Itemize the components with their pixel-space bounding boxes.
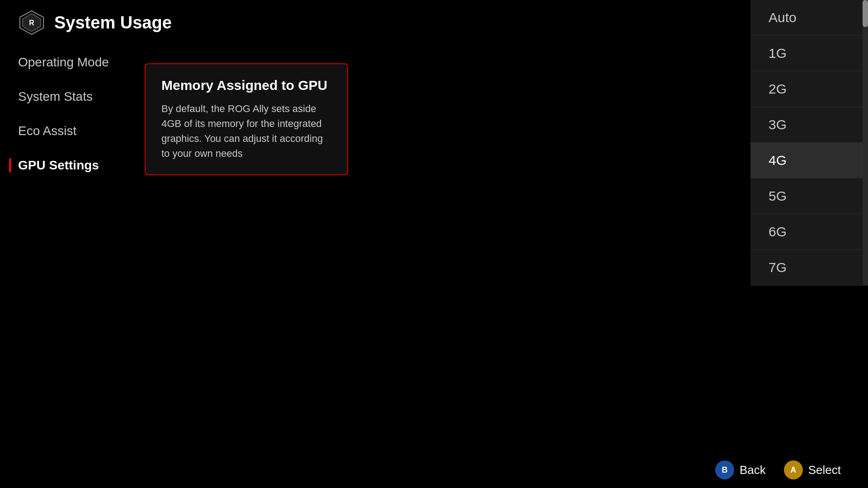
dropdown-option-7g[interactable]: 7G	[750, 250, 868, 286]
dropdown-option-1g[interactable]: 1G	[750, 36, 868, 71]
app-title: System Usage	[54, 13, 172, 33]
dropdown-option-auto[interactable]: Auto	[750, 0, 868, 36]
a-button-icon: A	[784, 460, 803, 479]
dropdown-option-6g[interactable]: 6G	[750, 214, 868, 250]
scrollbar-thumb[interactable]	[863, 0, 868, 27]
rog-logo-icon: R	[18, 9, 45, 36]
back-label: Back	[740, 463, 766, 477]
dropdown-option-5g[interactable]: 5G	[750, 178, 868, 214]
main-content: Memory Assigned to GPU By default, the R…	[145, 45, 348, 175]
b-button-icon: B	[715, 460, 734, 479]
select-button[interactable]: A Select	[784, 460, 841, 479]
sidebar-item-operating-mode[interactable]: Operating Mode	[0, 45, 136, 80]
gpu-memory-card: Memory Assigned to GPU By default, the R…	[145, 63, 348, 175]
dropdown-option-4g[interactable]: 4G	[750, 143, 868, 178]
back-button[interactable]: B Back	[715, 460, 766, 479]
sidebar-item-eco-assist[interactable]: Eco Assist	[0, 114, 136, 148]
card-title: Memory Assigned to GPU	[161, 78, 331, 93]
svg-text:R: R	[29, 19, 34, 27]
select-label: Select	[808, 463, 841, 477]
scrollbar-track	[863, 0, 868, 286]
memory-dropdown: Auto 1G 2G 3G 4G 5G 6G 7G	[750, 0, 868, 286]
sidebar: Operating Mode System Stats Eco Assist G…	[0, 45, 136, 183]
card-description: By default, the ROG Ally sets aside 4GB …	[161, 101, 331, 161]
sidebar-item-gpu-settings[interactable]: GPU Settings	[0, 148, 136, 183]
dropdown-option-2g[interactable]: 2G	[750, 71, 868, 107]
sidebar-item-system-stats[interactable]: System Stats	[0, 80, 136, 114]
bottom-bar: B Back A Select	[0, 452, 868, 488]
header: R System Usage 98%	[0, 0, 868, 45]
dropdown-option-3g[interactable]: 3G	[750, 107, 868, 143]
